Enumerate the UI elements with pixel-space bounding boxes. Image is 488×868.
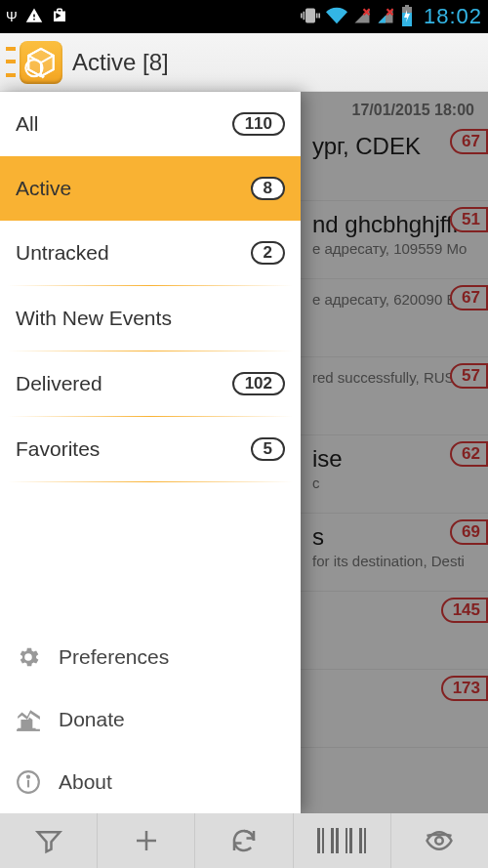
drawer-toggle-icon[interactable] <box>6 43 16 82</box>
drawer-filter-count: 2 <box>251 241 285 265</box>
drawer-scrim[interactable] <box>301 92 488 813</box>
drawer-filter-label: Favorites <box>16 437 100 461</box>
drawer-bottom-label: Preferences <box>59 645 169 669</box>
view-button[interactable] <box>391 813 488 868</box>
drawer-filter-label: Active <box>16 177 71 200</box>
drawer-bottom-label: About <box>59 770 112 794</box>
wifi-icon <box>326 5 347 29</box>
drawer-filter-label: Delivered <box>16 372 102 395</box>
donate-icon <box>16 707 41 732</box>
svg-point-4 <box>27 776 29 778</box>
signal-1-icon <box>353 7 371 27</box>
page-title: Active [8] <box>72 49 169 76</box>
app-bar: Active [8] <box>0 33 488 92</box>
drawer-preferences-button[interactable]: Preferences <box>0 626 301 688</box>
drawer-filter-active[interactable]: Active8 <box>0 156 301 221</box>
signal-2-icon <box>377 7 394 27</box>
vibrate-icon <box>301 6 320 28</box>
drawer-filter-count: 102 <box>232 372 285 395</box>
drawer-filter-favorites[interactable]: Favorites5 <box>0 417 301 481</box>
warning-icon <box>25 7 43 27</box>
refresh-button[interactable] <box>195 813 293 868</box>
drawer-filter-count: 8 <box>251 177 285 200</box>
status-bar: Ψ 18:02 <box>0 0 488 33</box>
navigation-drawer: All110Active8Untracked2With New EventsDe… <box>0 92 301 813</box>
filter-button[interactable] <box>0 813 98 868</box>
drawer-filter-label: Untracked <box>16 241 109 265</box>
drawer-donate-button[interactable]: Donate <box>0 688 301 751</box>
drawer-filter-count: 110 <box>232 112 285 136</box>
about-icon <box>16 769 41 795</box>
play-store-icon <box>51 7 68 27</box>
drawer-filter-label: All <box>16 112 38 136</box>
drawer-filter-count: 5 <box>251 437 285 461</box>
usb-icon: Ψ <box>6 9 18 24</box>
drawer-filter-label: With New Events <box>16 307 172 330</box>
drawer-about-button[interactable]: About <box>0 751 301 813</box>
drawer-bottom-label: Donate <box>59 708 125 731</box>
drawer-filter-untracked[interactable]: Untracked2 <box>0 221 301 285</box>
battery-icon <box>400 5 414 29</box>
bottom-action-bar <box>0 813 488 868</box>
drawer-filter-delivered[interactable]: Delivered102 <box>0 351 301 416</box>
clock: 18:02 <box>424 4 482 29</box>
drawer-filter-with-new-events[interactable]: With New Events <box>0 286 301 351</box>
svg-point-7 <box>436 837 444 845</box>
app-icon[interactable] <box>20 41 62 84</box>
preferences-icon <box>16 644 41 670</box>
barcode-icon <box>317 828 366 853</box>
add-button[interactable] <box>98 813 195 868</box>
drawer-filter-all[interactable]: All110 <box>0 92 301 156</box>
scan-barcode-button[interactable] <box>294 813 391 868</box>
